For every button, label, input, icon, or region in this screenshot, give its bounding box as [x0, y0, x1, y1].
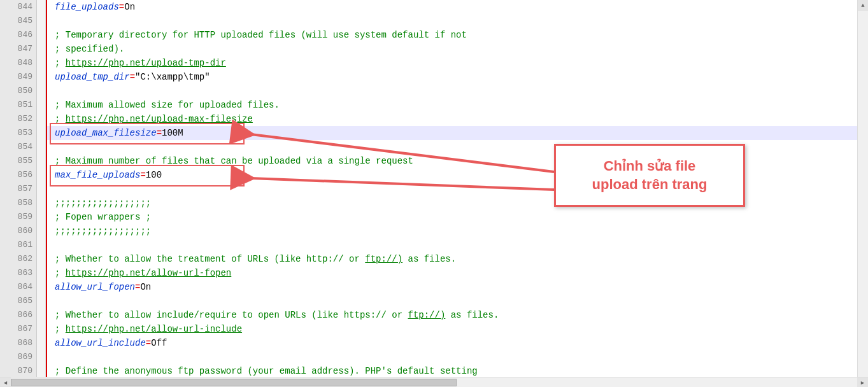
val-token: On [124, 2, 135, 12]
line-number: 850 [0, 84, 32, 98]
line-number: 853 [0, 126, 32, 140]
code-line[interactable]: allow_url_fopen=On [55, 280, 857, 294]
eq-token: = [146, 338, 151, 348]
key-token: allow_url_fopen [55, 282, 135, 292]
comment-token: as files. [402, 254, 456, 264]
code-line[interactable]: allow_url_include=Off [55, 336, 857, 350]
code-line[interactable]: ; specified). [55, 42, 857, 56]
code-line[interactable]: ; Fopen wrappers ; [55, 210, 857, 224]
scrollbar-track[interactable] [11, 377, 857, 387]
url-link[interactable]: https://php.net/upload-tmp-dir [66, 58, 226, 68]
line-number-gutter: 8448458468478488498508518528538548558568… [0, 0, 37, 377]
code-line[interactable]: ; https://php.net/allow-url-fopen [55, 266, 857, 280]
line-number: 868 [0, 336, 32, 350]
line-number: 847 [0, 42, 32, 56]
fold-column [37, 0, 46, 377]
line-number: 865 [0, 294, 32, 308]
line-number: 869 [0, 350, 32, 364]
line-number: 858 [0, 196, 32, 210]
val-token: On [140, 282, 151, 292]
comment-token: ; [55, 114, 66, 124]
url-link[interactable]: https://php.net/allow-url-fopen [66, 268, 231, 278]
line-number: 861 [0, 238, 32, 252]
code-line[interactable] [55, 238, 857, 252]
comment-token: ; Maximum allowed size for uploaded file… [55, 100, 280, 110]
line-number: 866 [0, 308, 32, 322]
scrollbar-thumb[interactable] [11, 379, 457, 386]
code-line[interactable] [55, 14, 857, 28]
line-number: 846 [0, 28, 32, 42]
code-line[interactable] [55, 350, 857, 364]
annotation-line-2: upload trên trang [592, 176, 708, 192]
key-token: file_uploads [55, 2, 119, 12]
comment-token: as files. [445, 310, 499, 320]
url-link[interactable]: ftp://) [365, 254, 402, 264]
code-line[interactable]: ;;;;;;;;;;;;;;;;;; [55, 224, 857, 238]
eq-token: = [119, 2, 124, 12]
code-line[interactable] [55, 84, 857, 98]
annotation-callout: Chỉnh sửa file upload trên trang [554, 144, 745, 207]
code-line[interactable]: ; Whether to allow include/require to op… [55, 308, 857, 322]
line-number: 855 [0, 154, 32, 168]
code-line[interactable]: ; Define the anonymous ftp password (you… [55, 364, 857, 377]
code-line[interactable]: upload_tmp_dir="C:\xampp\tmp" [55, 70, 857, 84]
comment-token: ; [55, 324, 66, 334]
line-number: 851 [0, 98, 32, 112]
eq-token: = [157, 128, 162, 138]
line-number: 854 [0, 140, 32, 154]
code-line[interactable]: upload_max_filesize=100M [55, 126, 857, 140]
comment-token: ; [55, 58, 66, 68]
comment-token: ; Maximum number of files that can be up… [55, 156, 413, 166]
code-line[interactable]: ; https://php.net/upload-max-filesize [55, 112, 857, 126]
scroll-up-arrow[interactable]: ▲ [858, 0, 868, 11]
comment-token: ; Temporary directory for HTTP uploaded … [55, 30, 467, 40]
vertical-scrollbar[interactable]: ▲ [857, 0, 868, 377]
val-token: "C:\xampp\tmp" [135, 72, 210, 82]
url-link[interactable]: https://php.net/upload-max-filesize [66, 114, 253, 124]
val-token: 100 [146, 170, 162, 180]
line-number: 859 [0, 210, 32, 224]
comment-token: ; Whether to allow the treatment of URLs… [55, 254, 365, 264]
code-line[interactable]: ; https://php.net/allow-url-include [55, 322, 857, 336]
line-number: 863 [0, 266, 32, 280]
key-token: upload_tmp_dir [55, 72, 130, 82]
code-line[interactable]: file_uploads=On [55, 0, 857, 14]
code-line[interactable]: ; Temporary directory for HTTP uploaded … [55, 28, 857, 42]
comment-token: ; Fopen wrappers ; [55, 212, 151, 222]
val-token: Off [151, 338, 167, 348]
comment-token: ;;;;;;;;;;;;;;;;;; [55, 226, 151, 236]
url-link[interactable]: https://php.net/allow-url-include [66, 324, 242, 334]
scroll-left-arrow[interactable]: ◀ [0, 377, 11, 387]
line-number: 844 [0, 0, 32, 14]
key-token: upload_max_filesize [55, 128, 157, 138]
code-line[interactable]: ; https://php.net/upload-tmp-dir [55, 56, 857, 70]
line-number: 870 [0, 364, 32, 377]
comment-token: ; [55, 268, 66, 278]
val-token: 100M [162, 128, 183, 138]
code-line[interactable]: ; Maximum allowed size for uploaded file… [55, 98, 857, 112]
eq-token: = [140, 170, 145, 180]
line-number: 860 [0, 224, 32, 238]
line-number: 849 [0, 70, 32, 84]
key-token: allow_url_include [55, 338, 146, 348]
comment-token: ;;;;;;;;;;;;;;;;;; [55, 198, 151, 208]
line-number: 845 [0, 14, 32, 28]
code-line[interactable] [55, 294, 857, 308]
comment-token: ; specified). [55, 44, 124, 54]
line-number: 856 [0, 168, 32, 182]
scroll-right-arrow[interactable]: ▶ [857, 377, 868, 387]
line-number: 852 [0, 112, 32, 126]
code-line[interactable]: ; Whether to allow the treatment of URLs… [55, 252, 857, 266]
horizontal-scrollbar[interactable]: ◀ ▶ [0, 377, 868, 387]
line-number: 857 [0, 182, 32, 196]
eq-token: = [130, 72, 135, 82]
line-number: 867 [0, 322, 32, 336]
line-number: 862 [0, 252, 32, 266]
key-token: max_file_uploads [55, 170, 140, 180]
line-number: 864 [0, 280, 32, 294]
comment-token: ; Whether to allow include/require to op… [55, 310, 408, 320]
line-number: 848 [0, 56, 32, 70]
comment-token: ; Define the anonymous ftp password (you… [55, 366, 478, 376]
annotation-line-1: Chỉnh sửa file [604, 158, 696, 174]
url-link[interactable]: ftp://) [408, 310, 446, 320]
